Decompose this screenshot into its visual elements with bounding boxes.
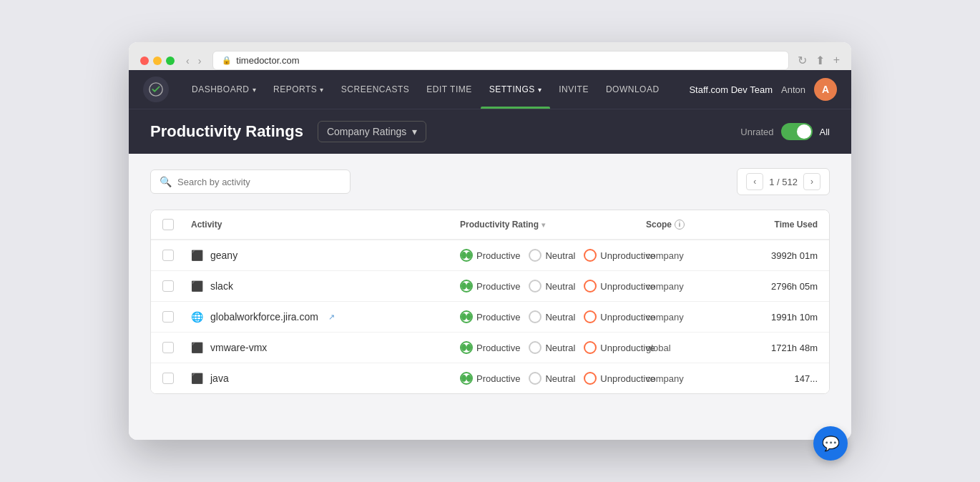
reports-chevron: ▾ [320,86,324,94]
unproductive-option[interactable]: Unproductive [584,249,655,262]
unproductive-option[interactable]: Unproductive [584,341,655,354]
nav-invite[interactable]: INVITE [550,70,597,109]
unproductive-radio[interactable] [584,249,597,262]
next-page-button[interactable]: › [803,173,820,190]
nav-edit-time[interactable]: EDIT TIME [418,70,480,109]
sort-icon[interactable]: ▾ [542,221,545,229]
productive-radio[interactable] [460,280,473,292]
time-cell: 3992h 01m [732,250,818,261]
productive-radio[interactable] [460,372,473,385]
productive-radio[interactable] [460,341,473,354]
page-title: Productivity Ratings [150,122,303,141]
unproductive-option[interactable]: Unproductive [584,310,655,323]
neutral-radio[interactable] [529,280,542,292]
time-cell: 147... [732,373,818,384]
rating-cell: Productive Neutral Unproductive [460,310,646,323]
productive-option[interactable]: Productive [460,341,520,354]
address-bar[interactable]: 🔒 timedoctor.com [212,51,788,70]
activity-name: geany [210,250,237,261]
row-select-checkbox[interactable] [162,342,174,353]
scope-cell: company [646,250,732,261]
nav-reports[interactable]: REPORTS ▾ [265,70,333,109]
pagination: ‹ 1 / 512 › [737,168,830,195]
search-box: 🔍 [150,169,351,194]
scope-cell: company [646,373,732,384]
close-button[interactable] [140,56,149,65]
lock-icon: 🔒 [222,56,232,65]
user-avatar[interactable]: A [814,78,837,101]
app-logo[interactable] [143,77,169,102]
app-icon: ⬛ [191,250,203,261]
rating-cell: Productive Neutral Unproductive [460,249,646,262]
new-tab-button[interactable]: + [833,54,840,67]
activity-name: globalworkforce.jira.com [210,311,318,323]
pagination-display: 1 / 512 [769,177,798,187]
table-row: ⬛ slack Productive Neutral [151,271,829,302]
back-button[interactable]: ‹ [183,54,192,68]
prev-page-button[interactable]: ‹ [746,173,763,190]
neutral-radio[interactable] [529,310,542,323]
unproductive-option[interactable]: Unproductive [584,372,655,385]
external-link-icon: ↗ [328,313,335,322]
neutral-option[interactable]: Neutral [529,249,575,262]
productive-option[interactable]: Productive [460,280,520,292]
nav-download[interactable]: DOWNLOAD [597,70,668,109]
all-label: All [820,127,830,137]
unrated-toggle[interactable] [781,123,813,140]
browser-nav-arrows: ‹ › [183,54,204,68]
nav-settings[interactable]: SETTINGS ▾ [481,70,551,109]
neutral-radio[interactable] [529,372,542,385]
scope-cell: company [646,281,732,292]
search-input[interactable] [177,177,341,187]
neutral-option[interactable]: Neutral [529,310,575,323]
company-ratings-dropdown[interactable]: Company Ratings ▾ [318,121,426,142]
web-icon: 🌐 [191,311,203,323]
row-select-checkbox[interactable] [162,280,174,292]
chat-bubble[interactable]: 💬 [813,426,848,461]
app-icon: ⬛ [191,373,203,384]
minimize-button[interactable] [153,56,162,65]
neutral-option[interactable]: Neutral [529,341,575,354]
time-cell: 1721h 48m [732,343,818,353]
neutral-radio[interactable] [529,341,542,354]
dropdown-chevron-icon: ▾ [412,126,417,137]
nav-screencasts[interactable]: SCREENCASTS [333,70,418,109]
maximize-button[interactable] [166,56,175,65]
reload-button[interactable]: ↻ [798,54,807,67]
productive-option[interactable]: Productive [460,249,520,262]
row-select-checkbox[interactable] [162,250,174,261]
share-button[interactable]: ⬆ [815,54,825,67]
time-cell: 1991h 10m [732,312,818,323]
table-row: ⬛ geany Productive Neutral [151,240,829,271]
unproductive-option[interactable]: Unproductive [584,280,655,292]
unproductive-radio[interactable] [584,341,597,354]
user-name: Anton [781,84,805,95]
productive-option[interactable]: Productive [460,310,520,323]
activity-name: slack [210,280,233,292]
unproductive-radio[interactable] [584,280,597,292]
productive-option[interactable]: Productive [460,372,520,385]
time-cell: 2796h 05m [732,281,818,292]
row-select-checkbox[interactable] [162,373,174,384]
activity-cell: 🌐 globalworkforce.jira.com ↗ [191,311,460,323]
productive-radio[interactable] [460,249,473,262]
settings-chevron: ▾ [538,86,542,94]
unproductive-radio[interactable] [584,310,597,323]
table-row: ⬛ vmware-vmx Productive Neutral [151,333,829,363]
row-checkbox [162,342,191,353]
th-scope: Scope i [646,220,732,230]
neutral-option[interactable]: Neutral [529,372,575,385]
row-select-checkbox[interactable] [162,311,174,323]
unproductive-radio[interactable] [584,372,597,385]
productive-radio[interactable] [460,310,473,323]
neutral-option[interactable]: Neutral [529,280,575,292]
forward-button[interactable]: › [195,54,205,68]
neutral-radio[interactable] [529,249,542,262]
nav-dashboard[interactable]: DASHBOARD ▾ [183,70,265,109]
scope-info-icon[interactable]: i [675,220,685,230]
row-checkbox [162,373,191,384]
search-icon: 🔍 [160,176,172,187]
select-all-checkbox[interactable] [162,219,174,230]
activity-cell: ⬛ java [191,373,460,384]
header-right: Unrated All [740,123,830,140]
